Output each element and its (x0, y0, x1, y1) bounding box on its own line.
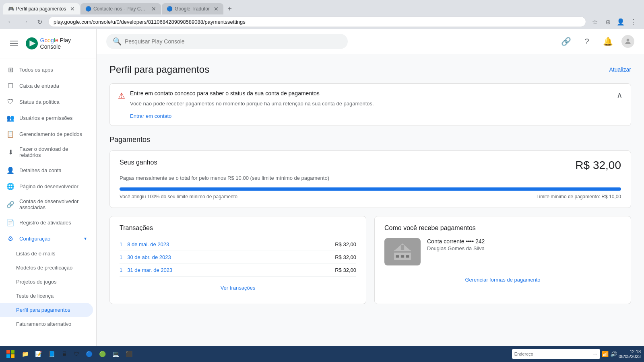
alert-title: Entre em contato conosco para saber o st… (130, 90, 612, 97)
tab-3-close[interactable]: ✕ (214, 6, 219, 12)
taskbar-calculator[interactable]: 🖩 (59, 347, 70, 361)
sidebar-item-registro[interactable]: 📄 Registro de atividades (0, 214, 93, 230)
progress-label-right: Limite mínimo de pagamento: R$ 10,00 (537, 194, 621, 200)
tab-1[interactable]: 🎮 Perfil para pagamentos ✕ (3, 3, 80, 14)
progress-labels: Você atingiu 100% do seu limite mínimo d… (120, 194, 621, 200)
taskbar-explorer[interactable]: 📁 (19, 347, 31, 361)
sidebar-item-usuarios[interactable]: 👥 Usuários e permissões (0, 110, 93, 126)
taskbar-terminal[interactable]: ⬛ (123, 347, 135, 361)
sidebar-item-modelos[interactable]: Modelos de precificação (0, 261, 93, 275)
taskbar-chrome[interactable]: 🟢 (97, 347, 108, 361)
alert-error-icon: ⚠ (118, 91, 125, 101)
start-button[interactable] (3, 347, 18, 361)
sidebar-item-teste-licenca[interactable]: Teste de licença (0, 289, 93, 303)
sidebar-label-registro: Registro de atividades (19, 220, 71, 226)
page-title: Perfil para pagamentos (109, 64, 209, 75)
forward-button[interactable]: → (19, 16, 31, 27)
taskbar-tray: 📶 🔊 (602, 351, 617, 357)
payment-method-section: Conta corrente •••• 242 Douglas Gomes da… (384, 238, 621, 270)
gerenciar-formas-link[interactable]: Gerenciar formas de pagamento (384, 277, 621, 283)
sidebar-label-detalhes: Detalhes da conta (19, 167, 62, 173)
progress-label-left: Você atingiu 100% do seu limite mínimo d… (120, 194, 237, 200)
address-label: Endereço (514, 352, 533, 356)
sidebar-item-faturamento[interactable]: Faturamento alternativo (0, 317, 93, 331)
alert-collapse-button[interactable]: ∧ (617, 90, 623, 100)
taskbar: 📁 📝 📘 🖩 🛡 🔵 🟢 💻 ⬛ Endereço → 📶 🔊 12:18 0… (0, 346, 644, 362)
notifications-icon[interactable]: 🔔 (601, 34, 615, 49)
avatar[interactable] (621, 35, 634, 48)
tab-1-close[interactable]: ✕ (70, 6, 75, 12)
tab-2-label: Contacte-nos - Play Console Aju... (93, 6, 147, 12)
tab-3[interactable]: 🔵 Google Tradutor ✕ (162, 3, 223, 14)
page-header: Perfil para pagamentos Atualizar (109, 64, 631, 75)
sidebar-item-contas[interactable]: 🔗 Contas de desenvolvedor associadas (0, 194, 93, 214)
sidebar-item-perfil-pagamentos[interactable]: Perfil para pagamentos (0, 303, 93, 317)
taskbar-word[interactable]: 📘 (46, 347, 58, 361)
taskbar-shield[interactable]: 🛡 (71, 347, 82, 361)
tab-1-label: Perfil para pagamentos (16, 6, 66, 12)
search-bar[interactable]: 🔍 (106, 34, 348, 49)
trans-date-3[interactable]: 31 de mar. de 2023 (127, 267, 330, 273)
web-icon: 🌐 (6, 182, 14, 190)
taskbar-address-input[interactable] (535, 352, 590, 356)
sidebar-item-download[interactable]: ⬇ Fazer o download de relatórios (0, 142, 93, 162)
taskbar-address-bar[interactable]: Endereço → (512, 349, 600, 359)
sidebar-item-pagina[interactable]: 🌐 Página do desenvolvedor (0, 178, 93, 194)
svg-rect-16 (11, 354, 14, 358)
trans-date-1[interactable]: 8 de mai. de 2023 (127, 241, 330, 247)
svg-rect-7 (394, 251, 411, 252)
link-icon-top[interactable]: 🔗 (559, 34, 573, 49)
sidebar-item-configuracao[interactable]: ⚙ Configuração ▾ (0, 230, 93, 247)
download-icon: ⬇ (6, 148, 14, 156)
search-input[interactable] (125, 38, 341, 45)
tab-2-close[interactable]: ✕ (151, 6, 156, 12)
sidebar-item-caixa-entrada[interactable]: ☐ Caixa de entrada (0, 78, 93, 94)
taskbar-code[interactable]: 💻 (110, 347, 122, 361)
menu-icon[interactable]: ⋮ (628, 16, 639, 27)
trans-num-1[interactable]: 1 (120, 241, 122, 247)
svg-rect-10 (406, 255, 409, 257)
sidebar-label-projetos: Projetos de jogos (16, 279, 56, 285)
address-actions: ☆ ⊕ 👤 ⋮ (589, 16, 639, 27)
svg-rect-15 (6, 354, 10, 358)
earnings-header: Seus ganhos R$ 32,00 (120, 159, 621, 172)
tab-2[interactable]: 🔵 Contacte-nos - Play Console Aju... ✕ (80, 3, 161, 14)
new-tab-button[interactable]: + (224, 3, 235, 14)
hamburger-button[interactable] (6, 35, 22, 51)
bookmark-icon[interactable]: ☆ (589, 16, 601, 27)
sidebar-item-detalhes[interactable]: 👤 Detalhes da conta (0, 162, 93, 178)
taskbar-app1[interactable]: 🔵 (83, 347, 95, 361)
trans-date-2[interactable]: 30 de abr. de 2023 (127, 254, 330, 260)
reload-button[interactable]: ↻ (34, 16, 45, 27)
profile-icon[interactable]: 👤 (615, 16, 626, 27)
taskbar-go-button[interactable]: → (592, 351, 598, 357)
back-button[interactable]: ← (5, 16, 16, 27)
sidebar-item-projetos[interactable]: Projetos de jogos (0, 275, 93, 289)
ver-transacoes-link[interactable]: Ver transações (120, 280, 356, 296)
sidebar-nav: ⊞ Todos os apps ☐ Caixa de entrada 🛡 Sta… (0, 58, 96, 362)
grid-icon: ⊞ (6, 66, 14, 74)
earnings-card: Seus ganhos R$ 32,00 Pagas mensalmente s… (109, 150, 631, 208)
taskbar-clock: 12:18 08/05/2023 (619, 349, 641, 359)
trans-amount-3: R$ 32,00 (335, 267, 356, 273)
svg-rect-0 (10, 41, 18, 41)
trans-num-2[interactable]: 1 (120, 254, 122, 260)
help-icon[interactable]: ? (580, 34, 594, 49)
alert-text: Você não pode receber pagamentos no mome… (130, 100, 612, 108)
sidebar-item-listas-emails[interactable]: Listas de e-mails (0, 247, 93, 261)
clock-time: 12:18 (630, 349, 641, 354)
trans-amount-1: R$ 32,00 (335, 241, 356, 247)
progress-bar-background (120, 187, 621, 191)
sidebar-item-todos-apps[interactable]: ⊞ Todos os apps (0, 62, 93, 78)
users-icon: 👥 (6, 114, 14, 122)
url-bar[interactable]: play.google.com/console/u/0/developers/8… (48, 16, 586, 27)
extensions-icon[interactable]: ⊕ (602, 16, 613, 27)
sidebar-item-status-politica[interactable]: 🛡 Status da política (0, 94, 93, 110)
entrar-contato-link[interactable]: Entrar em contato (130, 113, 171, 119)
settings-icon: ⚙ (6, 234, 14, 243)
atualizar-button[interactable]: Atualizar (609, 66, 631, 73)
trans-num-3[interactable]: 1 (120, 267, 122, 273)
sidebar-item-gerenciamento[interactable]: 📋 Gerenciamento de pedidos (0, 126, 93, 142)
play-console-logo-icon (26, 37, 38, 50)
taskbar-notepad[interactable]: 📝 (33, 347, 44, 361)
